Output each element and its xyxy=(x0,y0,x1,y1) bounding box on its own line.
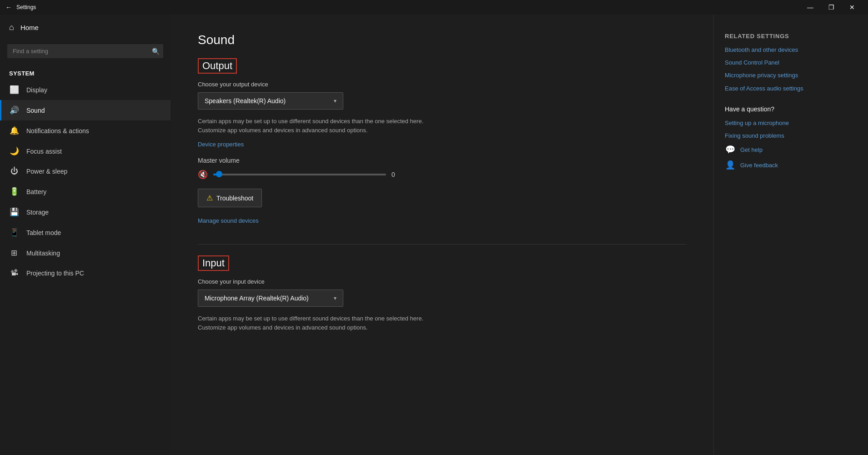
close-button[interactable]: ✕ xyxy=(842,0,863,15)
title-bar-controls: — ❐ ✕ xyxy=(800,0,863,15)
search-input[interactable] xyxy=(7,44,163,58)
related-settings-title: Related Settings xyxy=(725,33,857,40)
get-help-link: Get help xyxy=(740,146,763,153)
sidebar-item-projecting[interactable]: 📽 Projecting to this PC xyxy=(0,263,171,283)
output-section: Output Choose your output device Speaker… xyxy=(198,58,686,233)
focus-icon: 🌙 xyxy=(9,146,19,156)
master-volume-label: Master volume xyxy=(198,157,686,164)
troubleshoot-button[interactable]: ⚠ Troubleshoot xyxy=(198,189,262,207)
output-device-value: Speakers (Realtek(R) Audio) xyxy=(205,97,286,105)
dropdown-arrow-icon: ▾ xyxy=(334,98,336,104)
minimize-button[interactable]: — xyxy=(800,0,821,15)
related-link-bluetooth[interactable]: Bluetooth and other devices xyxy=(725,46,857,54)
manage-sound-link[interactable]: Manage sound devices xyxy=(198,217,259,224)
sidebar-item-label: Tablet mode xyxy=(26,229,61,236)
input-header: Input xyxy=(198,255,229,271)
sidebar-item-battery[interactable]: 🔋 Battery xyxy=(0,181,171,202)
sidebar-item-label: Power & sleep xyxy=(26,168,67,175)
sidebar-item-multitasking[interactable]: ⊞ Multitasking xyxy=(0,243,171,263)
projecting-icon: 📽 xyxy=(9,269,19,278)
give-feedback-item[interactable]: 👤 Give feedback xyxy=(725,160,857,170)
question-link-sound-problems[interactable]: Fixing sound problems xyxy=(725,132,857,140)
sidebar-item-label: Projecting to this PC xyxy=(26,270,84,277)
give-feedback-icon: 👤 xyxy=(725,160,736,170)
sidebar-item-label: Sound xyxy=(26,107,45,114)
sidebar-item-label: Battery xyxy=(26,188,46,195)
warning-icon: ⚠ xyxy=(206,194,213,202)
storage-icon: 💾 xyxy=(9,207,19,217)
sound-icon: 🔊 xyxy=(9,105,19,115)
sidebar-section-label: System xyxy=(0,65,171,80)
main-content: Sound Output Choose your output device S… xyxy=(171,15,713,455)
sidebar-item-label: Storage xyxy=(26,209,49,216)
output-header: Output xyxy=(198,58,237,74)
slider-thumb xyxy=(216,171,222,177)
tablet-icon: 📱 xyxy=(9,228,19,237)
sidebar-item-tablet[interactable]: 📱 Tablet mode xyxy=(0,222,171,243)
home-label: Home xyxy=(20,24,39,31)
home-icon: ⌂ xyxy=(9,23,14,32)
maximize-button[interactable]: ❐ xyxy=(821,0,842,15)
related-link-ease-audio[interactable]: Ease of Access audio settings xyxy=(725,85,857,93)
volume-section: Master volume 🔇 0 xyxy=(198,157,686,180)
input-section: Input Choose your input device Microphon… xyxy=(198,255,686,332)
sidebar: ⌂ Home 🔍 System ⬜ Display 🔊 Sound 🔔 Noti… xyxy=(0,15,171,455)
sidebar-item-label: Display xyxy=(26,86,47,94)
get-help-item[interactable]: 💬 Get help xyxy=(725,145,857,155)
search-icon: 🔍 xyxy=(152,48,160,55)
right-panel: Related Settings Bluetooth and other dev… xyxy=(713,15,868,455)
question-link-microphone[interactable]: Setting up a microphone xyxy=(725,119,857,127)
sidebar-item-notifications[interactable]: 🔔 Notifications & actions xyxy=(0,120,171,141)
input-choose-label: Choose your input device xyxy=(198,278,686,285)
display-icon: ⬜ xyxy=(9,85,19,95)
have-question-title: Have a question? xyxy=(725,105,857,113)
title-bar: ← Settings — ❐ ✕ xyxy=(0,0,868,15)
sidebar-item-storage[interactable]: 💾 Storage xyxy=(0,202,171,222)
power-icon: ⏻ xyxy=(9,167,19,176)
output-info-text: Certain apps may be set up to use differ… xyxy=(198,117,452,135)
sidebar-item-display[interactable]: ⬜ Display xyxy=(0,80,171,100)
troubleshoot-label: Troubleshoot xyxy=(216,195,253,202)
app-body: ⌂ Home 🔍 System ⬜ Display 🔊 Sound 🔔 Noti… xyxy=(0,15,868,455)
input-info-text: Certain apps may be set up to use differ… xyxy=(198,314,452,332)
get-help-icon: 💬 xyxy=(725,145,736,155)
app-title: Settings xyxy=(16,4,36,10)
related-link-microphone-privacy[interactable]: Microphone privacy settings xyxy=(725,71,857,80)
back-button[interactable]: ← xyxy=(5,4,12,11)
give-feedback-link: Give feedback xyxy=(740,162,778,169)
output-choose-label: Choose your output device xyxy=(198,81,686,88)
volume-value: 0 xyxy=(391,171,405,178)
battery-icon: 🔋 xyxy=(9,187,19,196)
sidebar-item-label: Focus assist xyxy=(26,148,62,155)
sidebar-home-button[interactable]: ⌂ Home xyxy=(0,15,171,40)
sidebar-item-label: Multitasking xyxy=(26,250,60,257)
related-link-sound-panel[interactable]: Sound Control Panel xyxy=(725,59,857,67)
search-wrapper: 🔍 xyxy=(7,44,163,58)
sidebar-item-label: Notifications & actions xyxy=(26,127,89,135)
multitasking-icon: ⊞ xyxy=(9,248,19,258)
input-device-dropdown[interactable]: Microphone Array (Realtek(R) Audio) ▾ xyxy=(198,290,343,307)
output-device-dropdown[interactable]: Speakers (Realtek(R) Audio) ▾ xyxy=(198,92,343,110)
section-divider xyxy=(198,244,686,245)
input-dropdown-arrow-icon: ▾ xyxy=(334,295,336,301)
title-bar-left: ← Settings xyxy=(5,4,36,11)
sidebar-item-focus[interactable]: 🌙 Focus assist xyxy=(0,141,171,161)
sidebar-item-power[interactable]: ⏻ Power & sleep xyxy=(0,161,171,181)
input-device-value: Microphone Array (Realtek(R) Audio) xyxy=(205,295,309,302)
notifications-icon: 🔔 xyxy=(9,126,19,135)
sidebar-item-sound[interactable]: 🔊 Sound xyxy=(0,100,171,120)
page-title: Sound xyxy=(198,33,686,47)
volume-slider[interactable] xyxy=(213,174,386,175)
mute-icon[interactable]: 🔇 xyxy=(198,170,208,180)
volume-row: 🔇 0 xyxy=(198,170,686,180)
device-properties-link[interactable]: Device properties xyxy=(198,141,244,148)
